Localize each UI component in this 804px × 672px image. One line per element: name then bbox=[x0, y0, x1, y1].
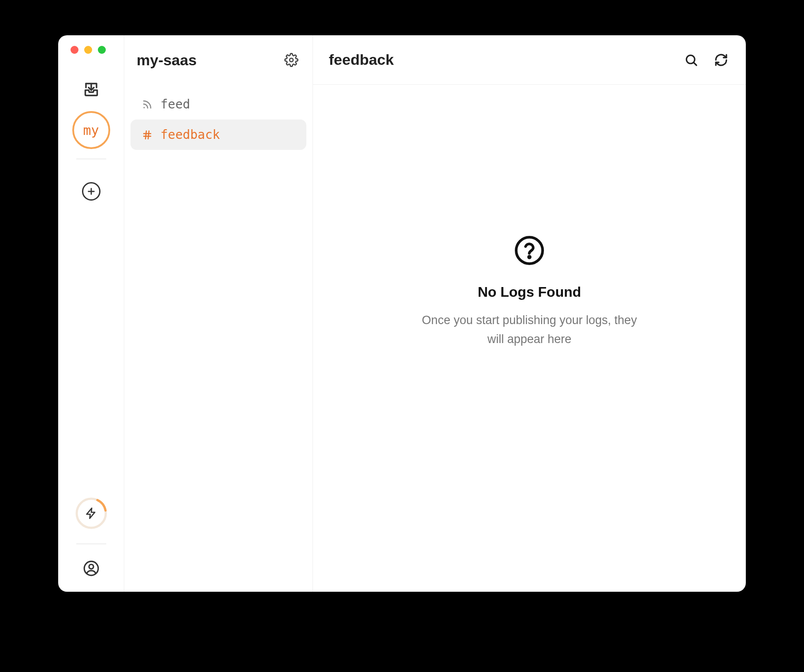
project-title: my-saas bbox=[137, 52, 197, 69]
refresh-icon bbox=[714, 53, 728, 67]
close-window-button[interactable] bbox=[71, 46, 78, 54]
channel-feedback[interactable]: feedback bbox=[130, 119, 306, 150]
user-circle-icon bbox=[83, 560, 100, 577]
help-circle-icon bbox=[514, 235, 545, 266]
main-actions bbox=[682, 51, 730, 69]
sidebar-header: my-saas bbox=[124, 35, 313, 85]
project-avatar-text: my bbox=[83, 123, 99, 138]
project-avatar[interactable]: my bbox=[72, 111, 110, 149]
channel-feed[interactable]: feed bbox=[130, 89, 306, 119]
inbox-download-icon bbox=[83, 82, 99, 97]
window-traffic-lights bbox=[71, 46, 106, 54]
rail-divider bbox=[76, 159, 106, 159]
project-settings-button[interactable] bbox=[283, 51, 300, 69]
channel-label: feed bbox=[160, 97, 190, 112]
svg-point-5 bbox=[143, 107, 145, 108]
refresh-button[interactable] bbox=[712, 51, 730, 69]
svg-line-11 bbox=[694, 62, 696, 65]
plus-icon bbox=[86, 187, 96, 196]
svg-point-12 bbox=[516, 237, 543, 264]
sidebar: my-saas feed feedback bbox=[124, 35, 313, 592]
minimize-window-button[interactable] bbox=[84, 46, 92, 54]
channel-list: feed feedback bbox=[124, 85, 313, 154]
search-button[interactable] bbox=[682, 51, 700, 69]
svg-line-8 bbox=[145, 131, 146, 139]
main-header: feedback bbox=[313, 35, 746, 85]
search-icon bbox=[684, 53, 698, 67]
channel-label: feedback bbox=[160, 127, 220, 142]
left-rail: my bbox=[58, 35, 124, 592]
fullscreen-window-button[interactable] bbox=[98, 46, 106, 54]
account-button[interactable] bbox=[81, 558, 101, 579]
svg-point-13 bbox=[529, 256, 530, 258]
empty-state: No Logs Found Once you start publishing … bbox=[313, 85, 746, 592]
rss-icon bbox=[141, 99, 153, 110]
app-window: my my-saas bbox=[58, 35, 746, 592]
svg-line-9 bbox=[148, 131, 149, 139]
channel-title: feedback bbox=[329, 51, 394, 68]
rail-divider-bottom bbox=[76, 544, 106, 544]
add-project-button[interactable] bbox=[82, 182, 100, 201]
empty-title: No Logs Found bbox=[478, 284, 581, 300]
empty-subtitle: Once you start publishing your logs, the… bbox=[415, 311, 644, 349]
svg-point-3 bbox=[89, 564, 93, 569]
svg-point-4 bbox=[290, 58, 293, 62]
inbox-button[interactable] bbox=[81, 79, 101, 100]
activity-button[interactable] bbox=[75, 497, 108, 530]
svg-point-1 bbox=[75, 497, 108, 530]
gear-icon bbox=[284, 53, 298, 67]
progress-ring-icon bbox=[75, 497, 108, 530]
hash-icon bbox=[141, 130, 153, 140]
main-panel: feedback bbox=[313, 35, 746, 592]
